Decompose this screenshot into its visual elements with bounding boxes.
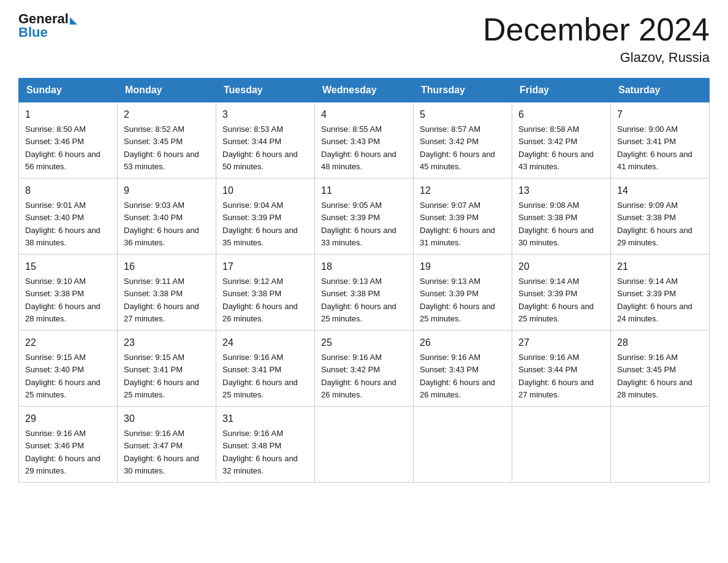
- day-info: Sunrise: 9:13 AMSunset: 3:38 PMDaylight:…: [321, 277, 396, 323]
- day-number: 10: [222, 183, 308, 198]
- title-section: December 2024 Glazov, Russia: [483, 12, 710, 66]
- day-number: 25: [321, 335, 407, 350]
- day-number: 16: [124, 259, 210, 274]
- calendar-cell: 12 Sunrise: 9:07 AMSunset: 3:39 PMDaylig…: [414, 178, 512, 255]
- day-info: Sunrise: 9:12 AMSunset: 3:38 PMDaylight:…: [222, 277, 298, 323]
- day-info: Sunrise: 8:55 AMSunset: 3:43 PMDaylight:…: [321, 124, 396, 171]
- day-info: Sunrise: 9:16 AMSunset: 3:46 PMDaylight:…: [25, 429, 100, 475]
- calendar-cell: [414, 407, 512, 483]
- calendar-cell: 16 Sunrise: 9:11 AMSunset: 3:38 PMDaylig…: [118, 255, 216, 331]
- day-info: Sunrise: 9:00 AMSunset: 3:41 PMDaylight:…: [617, 124, 692, 171]
- day-number: 22: [25, 335, 111, 350]
- day-number: 1: [25, 107, 111, 122]
- col-saturday: Saturday: [611, 79, 710, 102]
- logo-blue-text: Blue: [18, 25, 48, 40]
- day-number: 17: [222, 259, 308, 274]
- calendar-cell: 5 Sunrise: 8:57 AMSunset: 3:42 PMDayligh…: [414, 102, 512, 178]
- day-info: Sunrise: 9:16 AMSunset: 3:43 PMDaylight:…: [420, 353, 495, 399]
- calendar-cell: 14 Sunrise: 9:09 AMSunset: 3:38 PMDaylig…: [611, 178, 710, 255]
- calendar-week-5: 29 Sunrise: 9:16 AMSunset: 3:46 PMDaylig…: [19, 407, 710, 483]
- calendar-week-4: 22 Sunrise: 9:15 AMSunset: 3:40 PMDaylig…: [19, 331, 710, 407]
- calendar-cell: 26 Sunrise: 9:16 AMSunset: 3:43 PMDaylig…: [414, 331, 512, 407]
- day-number: 2: [124, 107, 210, 122]
- day-info: Sunrise: 9:10 AMSunset: 3:38 PMDaylight:…: [25, 277, 100, 323]
- day-number: 4: [321, 107, 407, 122]
- day-info: Sunrise: 9:14 AMSunset: 3:39 PMDaylight:…: [617, 277, 692, 323]
- calendar-cell: 25 Sunrise: 9:16 AMSunset: 3:42 PMDaylig…: [315, 331, 414, 407]
- logo-arrow-icon: [70, 17, 77, 25]
- calendar-cell: 17 Sunrise: 9:12 AMSunset: 3:38 PMDaylig…: [216, 255, 315, 331]
- calendar-cell: 30 Sunrise: 9:16 AMSunset: 3:47 PMDaylig…: [118, 407, 216, 483]
- col-friday: Friday: [512, 79, 611, 102]
- day-number: 13: [518, 183, 604, 198]
- day-info: Sunrise: 9:03 AMSunset: 3:40 PMDaylight:…: [124, 201, 199, 247]
- calendar-cell: 2 Sunrise: 8:52 AMSunset: 3:45 PMDayligh…: [118, 102, 216, 178]
- day-info: Sunrise: 9:16 AMSunset: 3:48 PMDaylight:…: [222, 429, 298, 475]
- calendar-cell: 22 Sunrise: 9:15 AMSunset: 3:40 PMDaylig…: [19, 331, 118, 407]
- calendar-table: Sunday Monday Tuesday Wednesday Thursday…: [18, 78, 710, 483]
- calendar-cell: 20 Sunrise: 9:14 AMSunset: 3:39 PMDaylig…: [512, 255, 611, 331]
- day-number: 12: [420, 183, 506, 198]
- day-number: 19: [420, 259, 506, 274]
- col-tuesday: Tuesday: [216, 79, 315, 102]
- day-info: Sunrise: 9:07 AMSunset: 3:39 PMDaylight:…: [420, 201, 495, 247]
- calendar-cell: [512, 407, 611, 483]
- calendar-cell: [611, 407, 710, 483]
- col-monday: Monday: [118, 79, 216, 102]
- day-number: 28: [617, 335, 703, 350]
- day-number: 29: [25, 412, 111, 426]
- calendar-cell: 4 Sunrise: 8:55 AMSunset: 3:43 PMDayligh…: [315, 102, 414, 178]
- calendar-cell: 8 Sunrise: 9:01 AMSunset: 3:40 PMDayligh…: [19, 178, 118, 255]
- day-info: Sunrise: 9:16 AMSunset: 3:47 PMDaylight:…: [124, 429, 199, 475]
- calendar-cell: 21 Sunrise: 9:14 AMSunset: 3:39 PMDaylig…: [611, 255, 710, 331]
- day-info: Sunrise: 9:04 AMSunset: 3:39 PMDaylight:…: [222, 201, 298, 247]
- day-number: 11: [321, 183, 407, 198]
- day-number: 21: [617, 259, 703, 274]
- calendar-cell: 10 Sunrise: 9:04 AMSunset: 3:39 PMDaylig…: [216, 178, 315, 255]
- calendar-week-2: 8 Sunrise: 9:01 AMSunset: 3:40 PMDayligh…: [19, 178, 710, 255]
- day-info: Sunrise: 9:16 AMSunset: 3:44 PMDaylight:…: [518, 353, 594, 399]
- day-number: 24: [222, 335, 308, 350]
- day-info: Sunrise: 9:15 AMSunset: 3:41 PMDaylight:…: [124, 353, 199, 399]
- day-number: 14: [617, 183, 703, 198]
- col-thursday: Thursday: [414, 79, 512, 102]
- day-number: 23: [124, 335, 210, 350]
- day-number: 3: [222, 107, 308, 122]
- page-header: General Blue December 2024 Glazov, Russi…: [18, 12, 710, 66]
- day-info: Sunrise: 9:08 AMSunset: 3:38 PMDaylight:…: [518, 201, 594, 247]
- day-info: Sunrise: 9:09 AMSunset: 3:38 PMDaylight:…: [617, 201, 692, 247]
- calendar-cell: [315, 407, 414, 483]
- day-info: Sunrise: 9:11 AMSunset: 3:38 PMDaylight:…: [124, 277, 199, 323]
- location: Glazov, Russia: [483, 50, 710, 66]
- day-info: Sunrise: 9:05 AMSunset: 3:39 PMDaylight:…: [321, 201, 396, 247]
- day-number: 31: [222, 412, 308, 426]
- calendar-cell: 27 Sunrise: 9:16 AMSunset: 3:44 PMDaylig…: [512, 331, 611, 407]
- day-info: Sunrise: 9:16 AMSunset: 3:41 PMDaylight:…: [222, 353, 298, 399]
- calendar-cell: 11 Sunrise: 9:05 AMSunset: 3:39 PMDaylig…: [315, 178, 414, 255]
- day-info: Sunrise: 9:16 AMSunset: 3:45 PMDaylight:…: [617, 353, 692, 399]
- calendar-cell: 19 Sunrise: 9:13 AMSunset: 3:39 PMDaylig…: [414, 255, 512, 331]
- calendar-cell: 31 Sunrise: 9:16 AMSunset: 3:48 PMDaylig…: [216, 407, 315, 483]
- day-number: 8: [25, 183, 111, 198]
- calendar-header-row: Sunday Monday Tuesday Wednesday Thursday…: [19, 79, 710, 102]
- col-wednesday: Wednesday: [315, 79, 414, 102]
- day-number: 18: [321, 259, 407, 274]
- calendar-cell: 9 Sunrise: 9:03 AMSunset: 3:40 PMDayligh…: [118, 178, 216, 255]
- calendar-cell: 18 Sunrise: 9:13 AMSunset: 3:38 PMDaylig…: [315, 255, 414, 331]
- day-number: 7: [617, 107, 703, 122]
- calendar-cell: 29 Sunrise: 9:16 AMSunset: 3:46 PMDaylig…: [19, 407, 118, 483]
- calendar-cell: 13 Sunrise: 9:08 AMSunset: 3:38 PMDaylig…: [512, 178, 611, 255]
- day-info: Sunrise: 9:13 AMSunset: 3:39 PMDaylight:…: [420, 277, 495, 323]
- day-info: Sunrise: 9:01 AMSunset: 3:40 PMDaylight:…: [25, 201, 100, 247]
- day-number: 9: [124, 183, 210, 198]
- calendar-week-1: 1 Sunrise: 8:50 AMSunset: 3:46 PMDayligh…: [19, 102, 710, 178]
- logo: General Blue: [18, 12, 77, 40]
- calendar-cell: 15 Sunrise: 9:10 AMSunset: 3:38 PMDaylig…: [19, 255, 118, 331]
- calendar-cell: 23 Sunrise: 9:15 AMSunset: 3:41 PMDaylig…: [118, 331, 216, 407]
- day-number: 30: [124, 412, 210, 426]
- day-info: Sunrise: 8:50 AMSunset: 3:46 PMDaylight:…: [25, 124, 100, 171]
- day-info: Sunrise: 8:52 AMSunset: 3:45 PMDaylight:…: [124, 124, 199, 171]
- calendar-week-3: 15 Sunrise: 9:10 AMSunset: 3:38 PMDaylig…: [19, 255, 710, 331]
- day-info: Sunrise: 8:58 AMSunset: 3:42 PMDaylight:…: [518, 124, 594, 171]
- day-number: 27: [518, 335, 604, 350]
